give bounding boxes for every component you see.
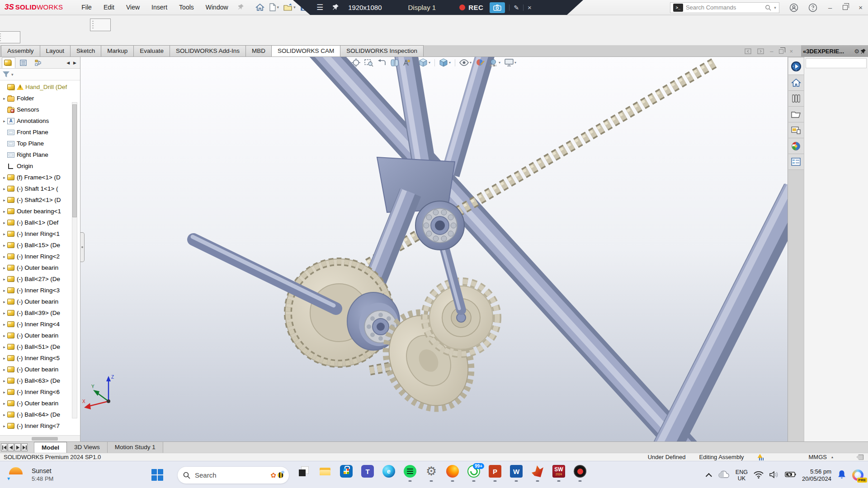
expand-arrow-icon[interactable]: ▸ — [1, 401, 7, 406]
tree-item[interactable]: ▸ (-) Ball<1> (Def — [0, 217, 80, 228]
scroll-right-icon[interactable]: ▶ — [73, 61, 76, 65]
expand-arrow-icon[interactable]: ▸ — [1, 232, 7, 236]
expand-arrow-icon[interactable]: ▸ — [1, 424, 7, 428]
tree-horizontal-scrollbar[interactable] — [0, 435, 80, 441]
expand-arrow-icon[interactable]: ▸ — [1, 187, 7, 191]
tree-root-item[interactable]: Hand_Drill (Def — [0, 81, 80, 93]
tree-item[interactable]: ▸ (-) Inner Ring<4 — [0, 319, 80, 330]
caret-down-icon[interactable]: ▾ — [429, 61, 430, 65]
tree-item[interactable]: Right Plane — [0, 149, 80, 160]
document-tab[interactable]: Motion Study 1 — [108, 442, 163, 453]
matlab-icon[interactable] — [531, 465, 544, 482]
pane-right-button[interactable] — [757, 48, 764, 54]
ribbon-tab[interactable]: Evaluate — [133, 45, 170, 56]
open-folder-tab-icon[interactable] — [788, 107, 804, 122]
pane-left-button[interactable] — [745, 48, 751, 54]
3dexperience-compass-icon[interactable] — [788, 58, 804, 75]
pin-menu-icon[interactable] — [238, 4, 244, 11]
menu-item[interactable]: Insert — [146, 0, 173, 14]
display-style-button[interactable]: ▾ — [439, 58, 451, 67]
tree-item[interactable]: ▸ Annotations — [0, 115, 80, 127]
menu-item[interactable]: Window — [200, 0, 234, 14]
taskbar-search[interactable]: Search ✿ — [177, 466, 289, 484]
minimize-button[interactable]: – — [828, 4, 832, 11]
tree-item[interactable]: ▸ (-) Inner Ring<3 — [0, 285, 80, 296]
tree-item[interactable]: ▸ Outer bearing<1 — [0, 206, 80, 217]
ribbon-tab[interactable]: Layout — [40, 45, 71, 56]
tab-property-manager[interactable] — [16, 57, 30, 68]
spotify-icon[interactable] — [404, 465, 416, 482]
restore-button[interactable] — [843, 5, 848, 10]
onedrive-cloud-icon[interactable] — [718, 470, 730, 480]
library-tab-icon[interactable] — [788, 91, 804, 107]
menu-item[interactable]: Edit — [98, 0, 120, 14]
scrollbar-thumb[interactable] — [72, 104, 77, 217]
graphics-viewport[interactable]: X Y Z ▾ ▾ ▾ ▾ ▾ — [80, 57, 788, 441]
caret-down-icon[interactable]: ▾ — [293, 5, 296, 9]
task-view-button[interactable] — [297, 465, 310, 482]
next-tab-button[interactable] — [14, 443, 21, 451]
expand-arrow-icon[interactable]: ▸ — [1, 266, 7, 270]
whatsapp-icon[interactable]: 99+ — [467, 465, 480, 482]
view-settings-button[interactable]: ▾ — [505, 59, 516, 66]
view-annotations-button[interactable] — [403, 59, 410, 66]
expand-arrow-icon[interactable]: ▸ — [1, 198, 7, 202]
command-search-box[interactable]: >_ Search Commands ▾ — [670, 2, 779, 13]
annotate-pencil-icon[interactable]: ✎ — [514, 4, 519, 11]
notification-bell-icon[interactable] — [837, 470, 846, 481]
image-viewer-tab-icon[interactable] — [788, 122, 804, 138]
tree-item[interactable]: Front Plane — [0, 127, 80, 138]
filter-funnel-icon[interactable] — [3, 71, 9, 77]
tree-item[interactable]: Top Plane — [0, 138, 80, 149]
tree-item[interactable]: Sensors — [0, 104, 80, 115]
tree-item[interactable]: ▸ (-) Outer bearin — [0, 262, 80, 273]
recorder-icon[interactable] — [574, 465, 586, 482]
screenshot-camera-button[interactable] — [490, 2, 505, 13]
caret-down-icon[interactable]: ▾ — [277, 5, 279, 9]
edge-icon[interactable]: e — [382, 465, 395, 482]
caret-down-icon[interactable]: ▾ — [449, 61, 451, 65]
close-button[interactable]: × — [859, 4, 863, 11]
expand-arrow-icon[interactable]: ▸ — [1, 119, 7, 123]
tree-item[interactable]: ▸ (-) Outer bearin — [0, 364, 80, 375]
doc-close-button[interactable]: × — [789, 48, 793, 55]
tree-item[interactable]: ▸ (f) Frame<1> (D — [0, 172, 80, 183]
menu-item[interactable]: View — [120, 0, 146, 14]
tree-item[interactable]: ▸ (-) Outer bearin — [0, 398, 80, 409]
previous-tab-button[interactable] — [8, 443, 14, 451]
tree-item[interactable]: ▸ (-) Ball<15> (De — [0, 239, 80, 251]
doc-minimize-button[interactable]: – — [770, 48, 773, 55]
hide-show-items-button[interactable]: ▾ — [459, 59, 472, 66]
edit-appearance-button[interactable] — [476, 59, 485, 67]
expand-arrow-icon[interactable]: ▸ — [1, 333, 7, 338]
tray-overflow-chevron-icon[interactable] — [706, 473, 712, 479]
help-icon[interactable] — [808, 3, 817, 12]
apply-scene-button[interactable]: ▾ — [489, 59, 500, 67]
volume-icon[interactable] — [769, 471, 779, 480]
panel-search-field[interactable] — [806, 58, 867, 68]
gear-icon[interactable]: ⚙ — [854, 48, 859, 55]
expand-arrow-icon[interactable]: ▸ — [1, 254, 7, 259]
caret-down-icon[interactable]: ▾ — [11, 72, 14, 77]
caret-down-icon[interactable]: ▾ — [499, 61, 500, 65]
powerpoint-icon[interactable]: P — [489, 465, 501, 482]
ribbon-tab[interactable]: SOLIDWORKS Add-Ins — [170, 45, 246, 56]
expand-arrow-icon[interactable]: ▸ — [1, 300, 7, 304]
copilot-icon[interactable]: PRE — [852, 469, 863, 481]
ribbon-tab[interactable]: SOLIDWORKS CAM — [271, 45, 340, 56]
new-document-button[interactable]: ▾ — [268, 2, 281, 12]
microsoft-store-icon[interactable] — [340, 465, 353, 482]
ribbon-tab[interactable]: Markup — [101, 45, 134, 56]
tree-item[interactable]: ▸ (-) Inner Ring<2 — [0, 251, 80, 262]
tree-item[interactable]: ▸ (-) Ball<27> (De — [0, 273, 80, 285]
section-view-button[interactable] — [391, 59, 399, 66]
tree-item[interactable]: ▸ (-) Inner Ring<1 — [0, 228, 80, 239]
expand-arrow-icon[interactable]: ▸ — [1, 209, 7, 214]
pin-panel-icon[interactable] — [860, 48, 866, 54]
solidworks-icon[interactable]: SW2024 — [552, 465, 565, 482]
wifi-icon[interactable] — [754, 471, 764, 480]
user-account-icon[interactable] — [789, 3, 798, 12]
expand-arrow-icon[interactable]: ▸ — [1, 356, 7, 361]
settings-icon[interactable]: ⚙ — [425, 465, 438, 482]
expand-arrow-icon[interactable]: ▸ — [1, 288, 7, 293]
